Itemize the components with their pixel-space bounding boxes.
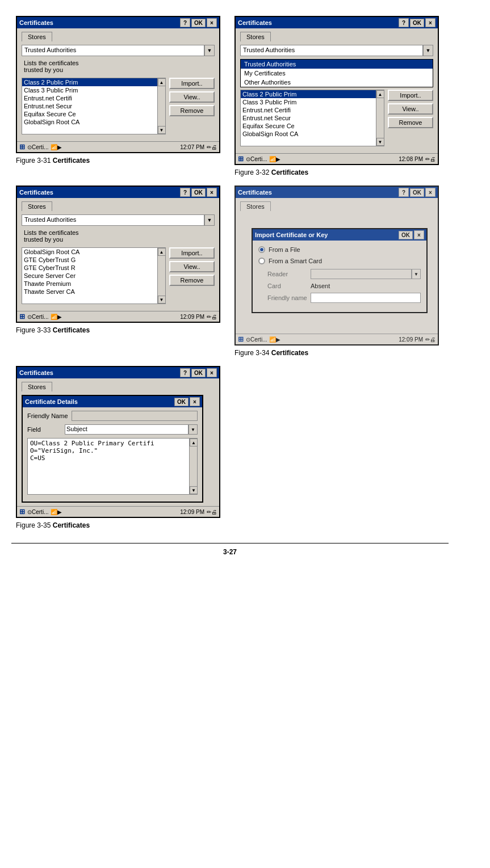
dropdown-item-trusted[interactable]: Trusted Authorities [241, 60, 433, 69]
fig32-ok-btn[interactable]: OK [410, 19, 424, 27]
fig35-friendly-label: Friendly Name [27, 412, 68, 419]
fig34-import-dialog: Import Certificate or Key OK × From a Fi… [252, 228, 428, 313]
fig35-field-select-row: Subject ▼ [65, 424, 198, 435]
fig31-listbox[interactable]: Class 2 Public Prim Class 3 Public Prim … [22, 78, 166, 134]
fig34-radio-file-row: From a File [258, 246, 421, 253]
page-number: 3-27 [11, 543, 449, 556]
list-item[interactable]: Equifax Secure Ce [241, 122, 376, 130]
fig34-signal: 📶▶ [269, 336, 280, 343]
fig32-help-btn[interactable]: ? [399, 18, 409, 27]
fig33-ok-btn[interactable]: OK [191, 188, 206, 197]
fig33-dropdown[interactable]: Trusted Authorities [22, 214, 204, 226]
list-item[interactable]: Entrust.net Certifi [241, 106, 376, 114]
fig34-reader-label: Reader [267, 271, 307, 277]
list-item[interactable]: Class 3 Public Prim [22, 86, 157, 94]
scroll-up-btn[interactable]: ▲ [376, 90, 384, 98]
fig34-help-btn[interactable]: ? [399, 188, 409, 197]
fig33-windows-logo: ⊞ [19, 313, 25, 321]
fig34-reader-input[interactable] [311, 269, 412, 279]
list-item[interactable]: Equifax Secure Ce [22, 110, 157, 118]
fig34-import-ok-btn[interactable]: OK [399, 231, 413, 239]
list-item[interactable]: Class 2 Public Prim [241, 90, 376, 98]
fig35-friendly-row: Friendly Name [27, 411, 198, 421]
fig32-dropdown[interactable]: Trusted Authorities [240, 45, 423, 56]
fig33-import-btn[interactable]: Import.. [169, 247, 215, 259]
fig33-view-btn[interactable]: View.. [169, 261, 215, 272]
list-item[interactable]: GlobalSign Root CA [22, 248, 157, 256]
fig32-listbox[interactable]: Class 2 Public Prim Class 3 Public Prim … [240, 90, 384, 146]
fig31-body: Stores Trusted Authorities ▼ Lists the c… [17, 28, 219, 141]
fig32-close-btn[interactable]: × [425, 18, 435, 27]
fig35-friendly-input[interactable] [72, 411, 198, 421]
list-item[interactable]: Entrust.net Secur [241, 114, 376, 122]
list-item[interactable]: Entrust.net Certifi [22, 94, 157, 102]
list-item[interactable]: GTE CyberTrust R [22, 264, 157, 272]
fig34-radio-file[interactable] [258, 246, 265, 253]
fig35-certdetails-body: Friendly Name Field Subject ▼ [23, 407, 202, 502]
fig31-dropdown-arrow[interactable]: ▼ [204, 45, 215, 56]
fig35-certdetails-ok-btn[interactable]: OK [174, 398, 189, 406]
scroll-down-btn[interactable]: ▼ [376, 138, 384, 146]
fig32-view-btn[interactable]: View.. [388, 103, 433, 115]
dropdown-item-other[interactable]: Other Authorities [241, 78, 433, 87]
list-item[interactable]: Thawte Premium [22, 280, 157, 288]
list-item[interactable]: Entrust.net Secur [22, 102, 157, 110]
fig31-tab-stores[interactable]: Stores [22, 32, 52, 41]
fig35-certdetails-close-btn[interactable]: × [190, 397, 200, 406]
fig35-scroll-up[interactable]: ▲ [190, 439, 198, 446]
fig35-field-select[interactable]: Subject [65, 424, 189, 435]
fig34-close-btn[interactable]: × [425, 188, 435, 197]
fig31-caption-number: Figure 3-31 [16, 157, 51, 165]
list-item[interactable]: GlobalSign Root CA [241, 130, 376, 138]
fig32-dropdown-arrow[interactable]: ▼ [423, 45, 433, 56]
fig34-ok-btn[interactable]: OK [410, 188, 424, 197]
fig35-stores-tab: Stores [22, 382, 215, 391]
fig32-tab-stores[interactable]: Stores [240, 32, 271, 41]
fig34-radio-smart[interactable] [258, 258, 265, 264]
fig34-tab-stores[interactable]: Stores [240, 201, 271, 211]
fig32-remove-btn[interactable]: Remove [388, 117, 433, 128]
fig31-ok-btn[interactable]: OK [191, 19, 206, 27]
fig31-view-btn[interactable]: View.. [169, 91, 215, 103]
fig31-remove-btn[interactable]: Remove [169, 105, 215, 116]
list-item[interactable]: Class 3 Public Prim [241, 98, 376, 106]
fig31-help-btn[interactable]: ? [180, 18, 190, 27]
fig31-close-btn[interactable]: × [207, 18, 217, 27]
list-item[interactable]: GlobalSign Root CA [22, 118, 157, 126]
fig32-import-btn[interactable]: Import.. [388, 90, 433, 101]
dropdown-item-my[interactable]: My Certificates [241, 69, 433, 78]
fig33-tab-stores[interactable]: Stores [22, 201, 52, 211]
fig31-cert-buttons: Import.. View.. Remove [169, 78, 215, 134]
fig35-textarea[interactable]: OU=Class 2 Public Primary Certifi O="Ver… [28, 439, 189, 494]
list-item[interactable]: Class 2 Public Prim [22, 78, 157, 86]
fig33-help-btn[interactable]: ? [180, 188, 190, 197]
fig32-dialog: Certificates ? OK × Stores Trusted Autho… [234, 16, 439, 165]
list-item[interactable]: Secure Server Cer [22, 272, 157, 280]
fig31-desc: Lists the certificates trusted by you [24, 60, 215, 73]
fig34-reader-arrow[interactable]: ▼ [412, 269, 421, 279]
fig31-dropdown[interactable]: Trusted Authorities [22, 45, 204, 56]
fig31-cert-list-area: Class 2 Public Prim Class 3 Public Prim … [22, 78, 215, 134]
scroll-up-btn[interactable]: ▲ [158, 78, 166, 86]
fig33-remove-btn[interactable]: Remove [169, 275, 215, 286]
fig35-field-arrow[interactable]: ▼ [189, 424, 198, 435]
fig34-friendly-input[interactable] [311, 293, 421, 303]
scroll-down-btn[interactable]: ▼ [158, 126, 166, 134]
fig33-listbox[interactable]: GlobalSign Root CA GTE CyberTrust G GTE … [22, 247, 166, 304]
fig34-import-close-btn[interactable]: × [414, 230, 424, 239]
fig35-scroll-down[interactable]: ▼ [190, 486, 198, 494]
fig35-ok-btn[interactable]: OK [191, 369, 206, 377]
fig35-close-btn[interactable]: × [207, 368, 217, 377]
scroll-down-btn[interactable]: ▼ [158, 296, 166, 304]
fig32-status-icons: ✏🖨 [425, 156, 435, 162]
fig35-tab-stores[interactable]: Stores [22, 382, 52, 391]
fig33-close-btn[interactable]: × [207, 188, 217, 197]
fig33-cert-buttons: Import.. View.. Remove [169, 247, 215, 304]
fig33-dropdown-arrow[interactable]: ▼ [204, 214, 215, 226]
list-item[interactable]: GTE CyberTrust G [22, 256, 157, 264]
fig31-import-btn[interactable]: Import.. [169, 78, 215, 89]
list-item[interactable]: Thawte Server CA [22, 288, 157, 296]
fig35-titlebar-buttons: ? OK × [180, 368, 217, 377]
scroll-up-btn[interactable]: ▲ [158, 248, 166, 256]
fig35-help-btn[interactable]: ? [180, 368, 190, 377]
